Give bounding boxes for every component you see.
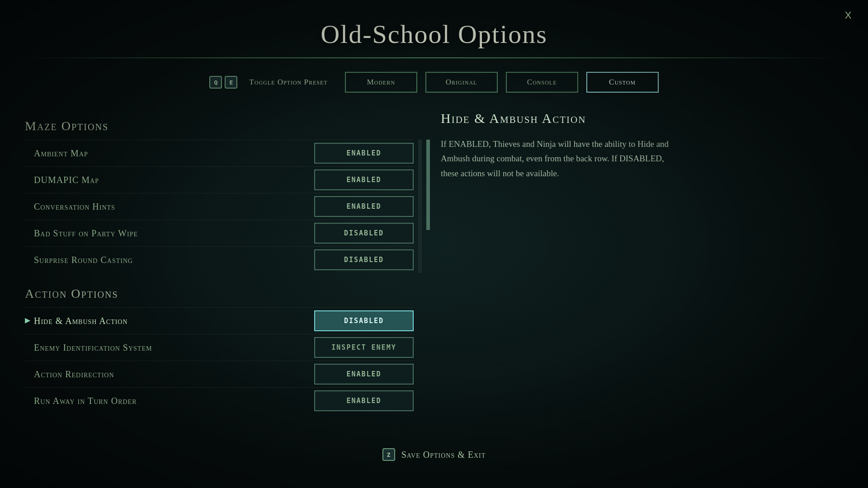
option-run-away-label: Run Away in Turn Order <box>25 396 137 406</box>
preset-original[interactable]: Original <box>425 72 498 93</box>
option-ambient-map: Ambient Map ENABLED <box>25 140 414 166</box>
option-enemy-id-label: Enemy Identification System <box>25 343 152 353</box>
option-action-redirect-label: Action Redirection <box>25 369 114 380</box>
scroll-thumb <box>426 140 430 230</box>
option-hide-ambush-label: ▶ Hide & Ambush Action <box>25 316 128 326</box>
option-dumapic-map-value[interactable]: ENABLED <box>314 169 414 190</box>
option-hide-ambush: ▶ Hide & Ambush Action DISABLED <box>25 307 414 334</box>
option-ambient-map-value[interactable]: ENABLED <box>314 143 414 164</box>
close-button[interactable]: X <box>841 8 855 23</box>
selected-arrow: ▶ <box>25 316 31 324</box>
maze-options-list: Ambient Map ENABLED DUMAPIC Map ENABLED … <box>25 140 414 273</box>
option-ambient-map-label: Ambient Map <box>25 148 88 159</box>
key-e: E <box>225 76 237 89</box>
option-bad-stuff-label: Bad Stuff on Party Wipe <box>25 228 138 239</box>
option-bad-stuff: Bad Stuff on Party Wipe DISABLED <box>25 220 414 246</box>
option-enemy-id: Enemy Identification System INSPECT ENEM… <box>25 334 414 361</box>
option-enemy-id-value[interactable]: INSPECT ENEMY <box>314 337 414 358</box>
action-options-list: ▶ Hide & Ambush Action DISABLED Enemy Id… <box>25 307 414 414</box>
preset-bar: Q E Toggle Option Preset Modern Original… <box>0 72 868 93</box>
option-dumapic-map-label: DUMAPIC Map <box>25 175 99 185</box>
key-q: Q <box>209 76 222 89</box>
option-surprise-round: Surprise Round Casting DISABLED <box>25 246 414 273</box>
bottom-bar: Z Save Options & Exit <box>0 448 868 461</box>
option-action-redirect: Action Redirection ENABLED <box>25 361 414 387</box>
scroll-track[interactable] <box>418 140 422 273</box>
option-conversation-hints: Conversation Hints ENABLED <box>25 193 414 220</box>
toggle-label: Toggle Option Preset <box>249 78 327 87</box>
preset-custom[interactable]: Custom <box>586 72 659 93</box>
save-label: Save Options & Exit <box>401 450 486 460</box>
option-conversation-hints-value[interactable]: ENABLED <box>314 196 414 217</box>
maze-options-scroll: Ambient Map ENABLED DUMAPIC Map ENABLED … <box>25 140 414 273</box>
left-panel: Maze Options Ambient Map ENABLED DUMAPIC… <box>25 109 414 414</box>
option-dumapic-map: DUMAPIC Map ENABLED <box>25 166 414 193</box>
title-divider <box>18 57 850 58</box>
maze-options-header: Maze Options <box>25 119 414 133</box>
maze-options-section: Maze Options Ambient Map ENABLED DUMAPIC… <box>25 119 414 273</box>
right-panel: Hide & Ambush Action If ENABLED, Thieves… <box>414 109 843 414</box>
action-options-section: Action Options ▶ Hide & Ambush Action DI… <box>25 286 414 414</box>
option-hide-ambush-value[interactable]: DISABLED <box>314 310 414 331</box>
detail-text: If ENABLED, Thieves and Ninja will have … <box>441 137 676 181</box>
preset-keys: Q E <box>209 76 237 89</box>
save-key: Z <box>382 448 395 461</box>
action-options-header: Action Options <box>25 286 414 301</box>
option-run-away: Run Away in Turn Order ENABLED <box>25 387 414 414</box>
option-surprise-round-value[interactable]: DISABLED <box>314 249 414 270</box>
option-run-away-value[interactable]: ENABLED <box>314 390 414 411</box>
option-bad-stuff-value[interactable]: DISABLED <box>314 223 414 244</box>
detail-title: Hide & Ambush Action <box>441 111 843 126</box>
page-title: Old-School Options <box>0 0 868 57</box>
preset-modern[interactable]: Modern <box>345 72 417 93</box>
main-content: Maze Options Ambient Map ENABLED DUMAPIC… <box>0 109 868 414</box>
option-conversation-hints-label: Conversation Hints <box>25 202 115 212</box>
option-action-redirect-value[interactable]: ENABLED <box>314 364 414 385</box>
preset-console[interactable]: Console <box>506 72 578 93</box>
option-surprise-round-label: Surprise Round Casting <box>25 255 133 265</box>
